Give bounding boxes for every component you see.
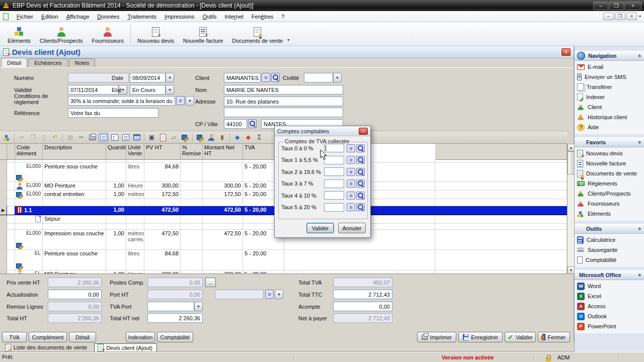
view-normal-icon[interactable] [99,133,108,142]
postes-comp-more-button[interactable]: ... [205,278,216,287]
taux-3-search-button[interactable] [356,179,365,188]
tva-port-dropdown-button[interactable]: ▼ [194,302,203,311]
toolbar-nouveau-devis-button[interactable]: Nouveau devis [133,27,179,44]
col-remise[interactable]: % Remise [181,144,203,160]
collapse-chevron-icon[interactable]: « [637,274,643,277]
view-compact-icon[interactable] [110,133,119,142]
adresse-field-2[interactable] [224,108,343,117]
toolbar-elements-button[interactable]: Eléments [3,26,35,44]
conditions-field[interactable]: 30% à la commande; solde à la livraison … [68,96,175,106]
sidebar-item-historique-client[interactable]: Historique client [575,112,644,122]
chevron-down-icon[interactable]: ▾ [287,38,289,42]
red-book-icon[interactable]: ◆ [244,133,253,142]
sidebar-item-aide[interactable]: ?Aide [575,122,644,132]
sidebar-item-email[interactable]: E-mail [575,62,644,72]
toolbar-nouvelle-facture-button[interactable]: Nouvelle facture [179,27,228,44]
cut-icon[interactable]: ✂ [17,133,27,142]
total-ttc-field[interactable]: 2 712,43 [333,290,392,299]
panel-close-button[interactable]: × [561,48,571,56]
collapse-chevron-icon[interactable]: « [637,54,643,57]
actualisation-field[interactable]: 0,00 [48,290,102,299]
col-montant-net[interactable]: Montant Net HT [203,144,243,160]
undo-icon[interactable]: ↶ [50,133,60,142]
tab-notes[interactable]: Notes [69,58,96,68]
menu-traitements[interactable]: Traitements [123,12,160,21]
scroll-up-icon[interactable]: ▲ [568,144,575,151]
menu-donnes[interactable]: Données [93,12,123,21]
client-list-button[interactable]: ≡ [262,73,270,82]
etat-field[interactable]: En Cours [130,85,166,95]
col-pvht[interactable]: PV HT [144,144,181,160]
menu-fichier[interactable]: Fichier [13,12,37,21]
col-code[interactable]: Code élément [15,144,43,160]
sidebar-item-client[interactable]: Client [575,102,644,112]
client-field[interactable]: MAINANTES [224,73,261,82]
tab-detail[interactable]: Détail [1,58,27,67]
insert-text-icon[interactable]: ▱ [169,133,179,142]
sidebar-item-documents-vente[interactable]: Documents de vente [575,168,644,178]
sidebar-item-transferer[interactable]: Transférer [575,82,644,92]
cp-search-button[interactable] [248,119,257,128]
element-edit-icon[interactable] [195,133,205,142]
dialog-annuler-button[interactable]: Annuler [338,223,366,233]
taux-2-search-button[interactable] [356,168,365,176]
menu-fentres[interactable]: Fenêtres [248,12,277,21]
section-outils-header[interactable]: Outils « [575,224,644,234]
taux-0-search-button[interactable] [356,144,365,152]
child-restore-button[interactable]: ❐ [615,13,625,20]
collapse-chevron-icon[interactable]: « [637,141,643,144]
client-search-button[interactable] [271,73,280,82]
detail-button[interactable]: Détail [69,332,96,342]
menu-impressions[interactable]: Impressions [160,12,198,21]
insert-element-icon[interactable] [180,133,190,142]
sidebar-item-calculatrice[interactable]: Calculatrice [575,235,644,245]
sidebar-item-reglements[interactable]: Règlements [575,178,644,189]
sidebar-item-nouveau-devis[interactable]: Nouveau devis [575,148,644,158]
menu-edition[interactable]: Edition [37,12,62,21]
section-navigation-header[interactable]: Navigation « [575,51,644,61]
date-field[interactable]: 08/09/2014 [130,73,166,82]
tab-liste-documents-vente[interactable]: Liste des documents de vente [2,343,91,352]
menu-?[interactable]: ? [277,12,288,21]
taux-5-search-button[interactable] [356,203,365,211]
dialog-title-bar[interactable]: Comptes comptables × [275,126,370,136]
col-unite[interactable]: Unité Vente [126,144,144,160]
tva-button[interactable]: TVA [2,332,27,342]
menu-internet[interactable]: Internet [221,12,248,21]
copy-icon[interactable]: ❐ [28,133,38,142]
dialog-close-button[interactable]: × [359,128,368,135]
sidebar-item-sms[interactable]: Envoyer un SMS [575,72,644,82]
scroll-down-icon[interactable]: ▼ [568,266,575,274]
paste-icon[interactable]: ▯ [39,133,49,142]
fermer-button[interactable]: Fermer [538,332,570,342]
sum-sigma-icon[interactable]: Σ [255,133,264,142]
port-dropdown-button[interactable]: ▼ [275,290,283,299]
sidebar-item-access[interactable]: AAccess [575,301,644,311]
tab-echeances[interactable]: Echéances [28,58,67,68]
sidebar-item-clients-prospects[interactable]: Clients/Prospects [575,189,644,199]
menu-outils[interactable]: Outils [198,12,220,21]
window-minimize-button[interactable]: – [593,2,608,10]
indexation-button[interactable]: Indexation [126,332,155,342]
sidebar-item-excel[interactable]: XExcel [575,291,644,301]
menu-affichage[interactable]: Affichage [62,12,94,21]
toolbar-fournisseurs-button[interactable]: Fournisseurs [87,27,128,44]
sidebar-item-comptabilite[interactable]: Comptabilité [575,255,644,265]
client-view-icon[interactable] [206,133,216,142]
grid-vertical-scrollbar[interactable]: ▲ ▼ [567,144,574,274]
sidebar-item-nouvelle-facture[interactable]: Nouvelle facture [575,158,644,168]
taux-2-field[interactable] [324,167,344,176]
tab-devis-client-ajout[interactable]: Devis client (Ajout) [94,343,157,352]
child-minimize-button[interactable]: – [603,13,614,20]
toolbar-overflow-icon[interactable]: ▾ [639,14,641,19]
sidebar-item-powerpoint[interactable]: PPowerPoint [575,321,644,331]
taux-3-field[interactable] [324,179,344,188]
enregistrer-button[interactable]: Enregistrer [458,332,503,342]
dialog-valider-button[interactable]: Valider [306,223,334,233]
civilite-dropdown-button[interactable]: ▼ [333,73,342,82]
table-settings-icon[interactable] [132,133,141,142]
taux-1-search-button[interactable] [356,156,365,164]
etat-dropdown-button[interactable]: ▼ [166,85,174,95]
reference-field[interactable]: Votre fax du [68,108,158,118]
delete-row-icon[interactable]: ✂ [76,133,86,142]
